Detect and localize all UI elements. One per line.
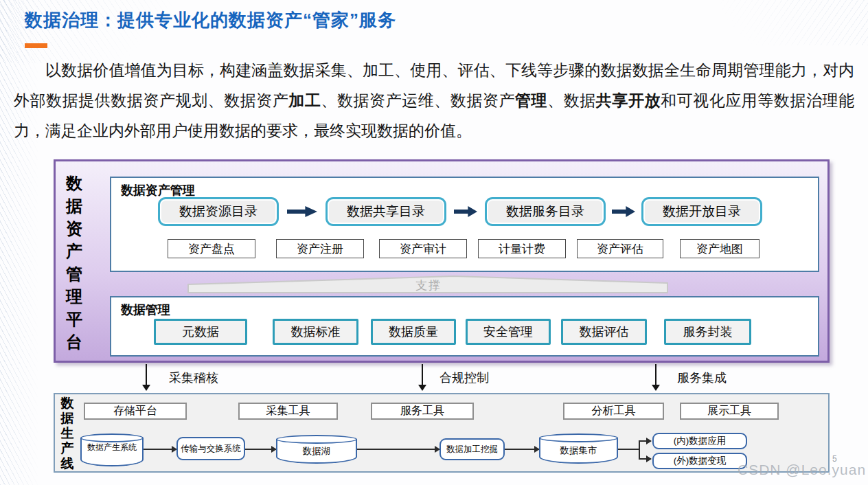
pipeline-arrow-icon: [357, 449, 439, 450]
function-box: 资产注册: [276, 239, 364, 258]
module-box: 数据质量: [371, 319, 456, 345]
asset-management-section: 数据资产管理 数据资源目录 数据共享目录 数据服务目录 数据开放目录 资产盘点 …: [110, 177, 819, 272]
catalog-box: 数据服务目录: [485, 197, 606, 226]
support-banner: 支撑: [187, 275, 668, 293]
tool-box: 分析工具: [563, 403, 664, 420]
catalog-box: 数据开放目录: [641, 197, 762, 226]
production-line-panel: 数据生产线 存储平台 采集工具 服务工具 分析工具 展示工具 数据产生系统 传输…: [54, 393, 830, 473]
text-segment: 、数据资产运维、数据资产: [321, 91, 515, 109]
database-cylinder: 数据湖: [276, 435, 357, 464]
pipeline-arrow-icon: [639, 440, 651, 442]
asset-management-title: 数据资产管理: [121, 182, 195, 199]
data-asset-platform-panel: 数据资产管理平台 数据资产管理 数据资源目录 数据共享目录 数据服务目录 数据开…: [54, 159, 830, 363]
tool-box: 存储平台: [84, 403, 187, 420]
function-box: 资产评估: [577, 239, 663, 258]
catalog-box: 数据资源目录: [158, 197, 279, 226]
output-box: (内)数据应用: [652, 433, 747, 449]
text-segment-bold: 管理: [515, 91, 547, 109]
tool-box: 展示工具: [680, 403, 779, 420]
module-box: 安全管理: [466, 319, 551, 345]
branch-connector: [639, 440, 640, 460]
data-management-title: 数据管理: [121, 302, 170, 318]
database-cylinder: 数据集市: [539, 433, 618, 464]
connector-label: 采集稽核: [169, 370, 218, 386]
module-box: 服务封装: [664, 319, 751, 345]
right-arrow-icon: [612, 206, 635, 217]
platform-side-label: 数据资产管理平台: [64, 172, 84, 353]
down-arrow-icon: [146, 364, 147, 385]
right-arrow-icon: [287, 206, 317, 217]
database-cylinder: 数据产生系统: [80, 433, 144, 466]
output-box: (外)数据变现: [652, 453, 747, 469]
module-box: 数据评估: [561, 319, 647, 345]
function-box: 资产审计: [379, 239, 467, 258]
watermark: CSDN @Leo.yuan: [738, 462, 866, 478]
support-label: 支撑: [415, 278, 442, 293]
background-pattern-topright: [720, 0, 868, 45]
function-box: 计量计费: [478, 239, 566, 258]
function-box: 资产地图: [680, 239, 760, 258]
down-arrow-icon: [655, 364, 656, 385]
connector-label: 服务集成: [677, 370, 727, 386]
text-segment: 、数据: [547, 91, 596, 109]
text-segment-bold: 共享开放: [596, 91, 661, 109]
cylinder-top: [539, 433, 618, 442]
data-management-section: 数据管理 元数据 数据标准 数据质量 安全管理 数据评估 服务封装: [110, 296, 819, 357]
title-accent-bar: [25, 43, 47, 48]
branch-connector: [618, 449, 640, 450]
tool-box: 服务工具: [371, 403, 474, 420]
right-arrow-icon: [454, 206, 477, 217]
connector-label: 合规控制: [439, 370, 489, 386]
cylinder-top: [80, 433, 144, 442]
text-segment-bold: 加工: [288, 91, 321, 109]
pipeline-arrow-icon: [505, 449, 539, 450]
slide-title: 数据治理：提供专业化的数据资产“管家”服务: [25, 8, 396, 32]
catalog-box: 数据共享目录: [326, 197, 446, 226]
module-box: 元数据: [154, 319, 247, 345]
function-box: 资产盘点: [168, 239, 255, 258]
module-box: 数据标准: [273, 319, 358, 345]
down-arrow-icon: [422, 364, 423, 385]
pipeline-arrow-icon: [144, 449, 176, 450]
pipeline-stage-label: 数据产生系统: [80, 442, 144, 452]
pipeline-stage-label: 数据湖: [276, 445, 357, 458]
pipeline-stage-box: 数据加工挖掘: [439, 438, 505, 460]
pipeline-stage-box: 传输与交换系统: [176, 437, 245, 460]
cylinder-top: [276, 435, 357, 444]
intro-paragraph: 以数据价值增值为目标，构建涵盖数据采集、加工、使用、评估、下线等步骤的数据数据全…: [14, 55, 854, 146]
tool-box: 采集工具: [238, 403, 338, 420]
production-side-label: 数据生产线: [60, 396, 75, 471]
pipeline-stage-label: 数据集市: [539, 444, 618, 457]
pipeline-arrow-icon: [639, 458, 651, 460]
pipeline-arrow-icon: [245, 449, 276, 450]
